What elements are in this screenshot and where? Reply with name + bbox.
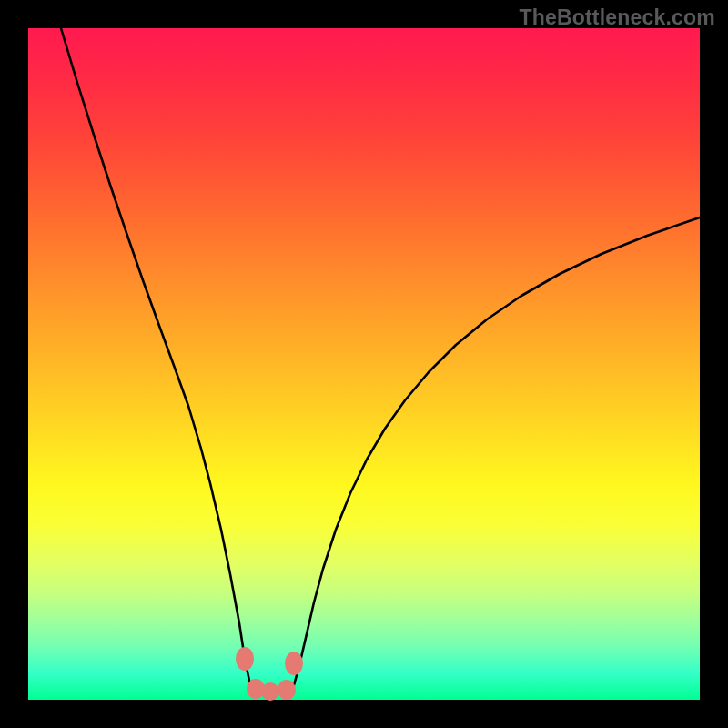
curve-layer <box>28 28 700 700</box>
data-marker <box>278 680 296 700</box>
watermark-label: TheBottleneck.com <box>519 5 715 30</box>
marker-group <box>236 647 303 701</box>
data-marker <box>236 647 254 671</box>
bottleneck-curve <box>61 28 700 693</box>
data-marker <box>285 652 303 675</box>
data-marker <box>261 682 279 701</box>
chart-frame: TheBottleneck.com <box>0 0 728 728</box>
